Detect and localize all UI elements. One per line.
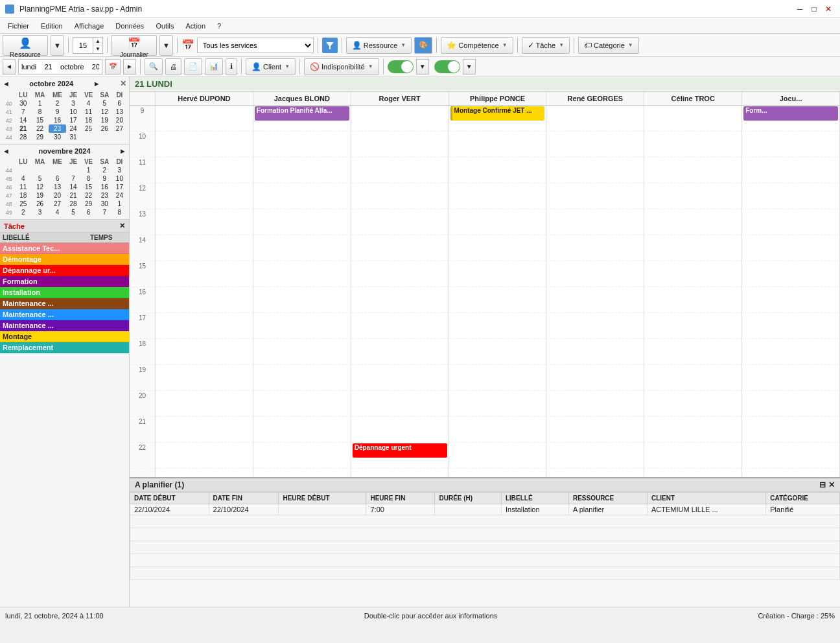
resource-col-celine[interactable]: [644, 106, 742, 477]
time-slot[interactable]: [644, 443, 741, 469]
bottom-panel-close-btn[interactable]: ✕: [828, 480, 835, 489]
time-slot[interactable]: [546, 287, 644, 313]
time-slot[interactable]: [644, 158, 741, 183]
time-slot[interactable]: [449, 339, 546, 365]
calendar-day[interactable]: 24: [113, 191, 126, 200]
resource-col-philippe[interactable]: Montage Confirmé JET ...: [449, 106, 547, 477]
toggle1-dropdown[interactable]: ▼: [416, 59, 429, 75]
menu-fichier[interactable]: Fichier: [3, 21, 34, 31]
event-montage[interactable]: Montage Confirmé JET ...: [450, 106, 545, 121]
resource-btn[interactable]: 👤 Ressource: [3, 35, 48, 56]
time-slot[interactable]: [351, 132, 449, 158]
time-slot[interactable]: [156, 287, 253, 313]
calendar-picker-icon[interactable]: 📅: [105, 59, 121, 75]
calendar-day[interactable]: 22: [80, 191, 96, 200]
time-slot[interactable]: [449, 313, 546, 339]
time-slot[interactable]: [546, 365, 644, 391]
date-input[interactable]: [18, 59, 102, 75]
time-slot[interactable]: [644, 132, 741, 158]
calendar-day[interactable]: 25: [80, 124, 96, 133]
maximize-btn[interactable]: □: [808, 3, 821, 16]
calendar-day[interactable]: 23: [97, 191, 113, 200]
time-slot[interactable]: [351, 106, 449, 132]
cal-prev-oct[interactable]: ◄: [3, 80, 10, 88]
time-slot[interactable]: [546, 106, 644, 132]
calendar-day[interactable]: 18: [16, 191, 31, 200]
time-slot[interactable]: [644, 313, 741, 339]
categorie-btn[interactable]: 🏷 Catégorie ▼: [578, 37, 639, 54]
calendar-day[interactable]: 2: [49, 99, 66, 108]
calendar-day[interactable]: 8: [80, 174, 96, 183]
time-slot[interactable]: [742, 339, 839, 365]
cal-next-oct[interactable]: ►: [93, 80, 100, 88]
time-slot[interactable]: [351, 391, 449, 417]
resource-col-roger[interactable]: Dépannage urgent: [351, 106, 449, 477]
time-slot[interactable]: [546, 313, 644, 339]
time-slot[interactable]: [351, 287, 449, 313]
calendar-day[interactable]: 2: [16, 208, 31, 216]
menu-outils[interactable]: Outils: [150, 21, 179, 31]
calendar-day[interactable]: 29: [31, 133, 49, 141]
time-slot[interactable]: [351, 339, 449, 365]
calendar-day[interactable]: 19: [97, 116, 113, 124]
time-slot[interactable]: [644, 261, 741, 287]
time-slot[interactable]: [546, 261, 644, 287]
calendar-day[interactable]: 13: [49, 183, 66, 191]
time-slot[interactable]: [742, 313, 839, 339]
tache-item[interactable]: Maintenance ...: [0, 298, 129, 309]
calendar-day[interactable]: 28: [66, 200, 81, 208]
event-form-jocu[interactable]: Form...: [743, 106, 838, 121]
time-slot[interactable]: [351, 313, 449, 339]
time-slot[interactable]: [253, 235, 351, 261]
calendar-day[interactable]: 5: [31, 174, 49, 183]
resource-col-jocu[interactable]: Form...: [742, 106, 840, 477]
calendar-day[interactable]: 5: [97, 99, 113, 108]
toggle2-dropdown[interactable]: ▼: [463, 59, 476, 75]
time-slot[interactable]: [351, 235, 449, 261]
time-slot[interactable]: [644, 235, 741, 261]
calendar-day[interactable]: 30: [97, 200, 113, 208]
time-slot[interactable]: [449, 287, 546, 313]
indisponibilite-btn[interactable]: 🚫 Indisponibilité ▼: [304, 58, 379, 75]
chart-btn[interactable]: 📊: [205, 58, 223, 75]
calendar-day[interactable]: 19: [31, 191, 49, 200]
calendar-day[interactable]: 12: [97, 108, 113, 116]
calendar-day[interactable]: 11: [80, 108, 96, 116]
time-slot[interactable]: [546, 209, 644, 235]
time-slot[interactable]: [156, 158, 253, 183]
event-formation[interactable]: Formation Planifié Alfa...: [255, 106, 349, 121]
time-slot[interactable]: [253, 158, 351, 183]
time-slot[interactable]: [156, 183, 253, 209]
calendar-day[interactable]: 10: [66, 108, 81, 116]
journalier-btn[interactable]: 📅 Journalier: [111, 35, 157, 56]
calendar-day[interactable]: 1: [31, 99, 49, 108]
time-slot[interactable]: [546, 132, 644, 158]
time-slot[interactable]: [742, 158, 839, 183]
time-slot[interactable]: [742, 235, 839, 261]
calendar-day[interactable]: 13: [113, 108, 126, 116]
time-slot[interactable]: [644, 106, 741, 132]
time-slot[interactable]: [156, 132, 253, 158]
minimize-btn[interactable]: ─: [793, 3, 806, 16]
search-btn[interactable]: 🔍: [145, 58, 163, 75]
time-slot[interactable]: [351, 417, 449, 443]
toggle1[interactable]: [388, 60, 414, 73]
time-slot[interactable]: [156, 313, 253, 339]
export-btn[interactable]: 📄: [184, 58, 202, 75]
time-slot[interactable]: [644, 287, 741, 313]
menu-help[interactable]: ?: [212, 21, 226, 31]
time-slot[interactable]: [742, 209, 839, 235]
calendar-day[interactable]: 14: [66, 183, 81, 191]
tache-item[interactable]: Installation: [0, 287, 129, 298]
day-number-input[interactable]: [73, 38, 93, 53]
calendar-day[interactable]: 17: [113, 183, 126, 191]
calendar-day[interactable]: 5: [66, 208, 81, 216]
time-slot[interactable]: [742, 132, 839, 158]
time-slot[interactable]: [449, 183, 546, 209]
time-slot[interactable]: [449, 365, 546, 391]
time-slot[interactable]: [156, 261, 253, 287]
calendar-day[interactable]: 26: [97, 124, 113, 133]
calendar-day[interactable]: 15: [80, 183, 96, 191]
time-slot[interactable]: [156, 365, 253, 391]
calendar-day[interactable]: 2: [97, 166, 113, 174]
